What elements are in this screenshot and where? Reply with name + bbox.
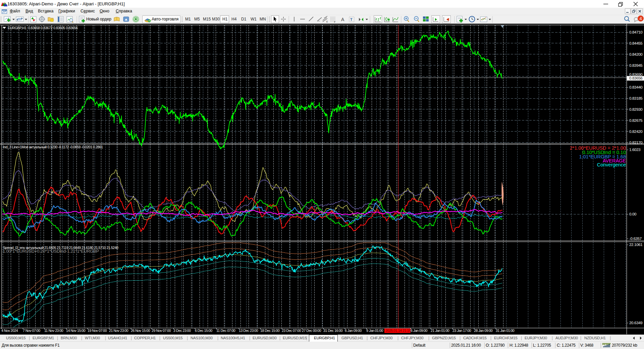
svg-text:T: T: [350, 17, 353, 21]
svg-text:0.83690: 0.83690: [629, 72, 642, 77]
svg-text:F: F: [334, 21, 335, 23]
svg-text:21 Nov 23:00: 21 Nov 23:00: [109, 329, 128, 333]
svg-text:21 Jan 01:00: 21 Jan 01:00: [431, 329, 449, 333]
svg-text:0.83945: 0.83945: [629, 63, 642, 67]
svg-text:23 Dec 07:00: 23 Dec 07:00: [282, 329, 301, 333]
svg-text:E: E: [326, 20, 328, 23]
svg-text:1.6023: 1.6023: [629, 148, 640, 152]
svg-text:26 Nov 15:00: 26 Nov 15:00: [131, 329, 150, 333]
svg-text:29 Nov 07:00: 29 Nov 07:00: [152, 329, 171, 333]
svg-text:6 Jan 09:00: 6 Jan 09:00: [345, 329, 362, 333]
svg-text:0.83656: 0.83656: [629, 76, 642, 80]
svg-text:31 Dec 16:00: 31 Dec 16:00: [323, 329, 343, 333]
svg-text:0.84455: 0.84455: [629, 41, 642, 45]
svg-text:18 Dec 15:00: 18 Dec 15:00: [260, 329, 280, 333]
svg-text:28 Jan 09:00: 28 Jan 09:00: [474, 329, 493, 333]
svg-text:9 Jan 01:00: 9 Jan 01:00: [366, 329, 383, 333]
svg-text:11 Nov 23:00: 11 Nov 23:00: [44, 329, 63, 333]
svg-text:19 Nov 07:00: 19 Nov 07:00: [88, 329, 107, 333]
svg-text:31 Jan 01:00: 31 Jan 01:00: [496, 329, 515, 333]
svg-text:A: A: [341, 17, 344, 22]
svg-text:7 Nov 07:00: 7 Nov 07:00: [23, 329, 40, 333]
svg-text:0.82170: 0.82170: [629, 141, 642, 145]
svg-text:0.84200: 0.84200: [629, 52, 642, 56]
svg-text:4 Nov 2024: 4 Nov 2024: [1, 329, 18, 333]
svg-text:1.00*1*EURUSD+0.20*1*USDInd-1.: 1.00*1*EURUSD+0.20*1*USDInd-1.21*1*EURGB…: [3, 249, 99, 254]
svg-text:6 Dec 15:00: 6 Dec 15:00: [195, 329, 212, 333]
svg-text:20.6349: 20.6349: [629, 321, 642, 325]
svg-text:0.82675: 0.82675: [629, 118, 642, 122]
svg-text:4: 4: [640, 16, 642, 21]
svg-text:Ind_3 Line+1Mod актуальный 0.1: Ind_3 Line+1Mod актуальный 0.1230 -0.117…: [3, 145, 103, 149]
svg-text:6 Jan 09:00: 6 Jan 09:00: [411, 329, 427, 333]
svg-text:11 Dec 07:00: 11 Dec 07:00: [216, 329, 235, 333]
svg-text:-0.6357: -0.6357: [629, 237, 642, 241]
svg-text:0.84710: 0.84710: [629, 30, 642, 34]
svg-text:0.82930: 0.82930: [629, 107, 642, 111]
svg-text:0.83440: 0.83440: [629, 85, 642, 89]
svg-text:22.1061: 22.1061: [629, 243, 642, 247]
svg-text:14 Nov 15:00: 14 Nov 15:00: [66, 329, 86, 333]
svg-text:13 Dec 23:00: 13 Dec 23:00: [239, 329, 258, 333]
svg-text:3 Dec 23:00: 3 Dec 23:00: [173, 329, 191, 333]
svg-text:2025.01.14 21:15: 2025.01.14 21:15: [385, 329, 411, 333]
svg-text:0.00: 0.00: [629, 212, 636, 216]
svg-text:Convergence: Convergence: [597, 162, 626, 167]
svg-text:EURGBP,H1 0.83658 0.83672 0.8: EURGBP,H1 0.83658 0.83672 0.83605 0.8365…: [8, 26, 78, 30]
svg-text:0.83185: 0.83185: [629, 96, 642, 100]
svg-text:27 Dec 00:00: 27 Dec 00:00: [302, 329, 321, 333]
svg-text:0.82420: 0.82420: [629, 130, 642, 134]
svg-text:23 Jan 17:00: 23 Jan 17:00: [452, 329, 471, 333]
